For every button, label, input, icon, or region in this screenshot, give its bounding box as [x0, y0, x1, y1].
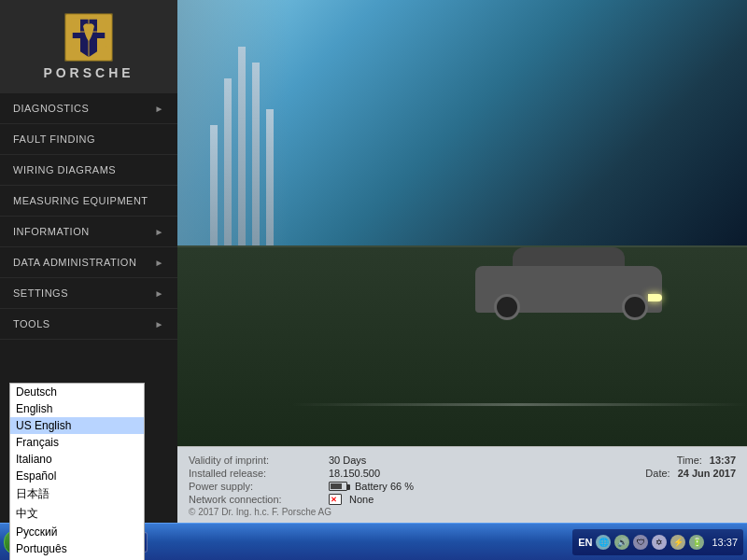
lang-option-italiano[interactable]: Italiano [10, 451, 144, 468]
copyright-text: © 2017 Dr. Ing. h.c. F. Porsche AG [189, 507, 736, 517]
porsche-crest-icon [64, 13, 113, 62]
taskbar-bluetooth-icon: ✡ [652, 535, 667, 550]
date-section: Date: 24 Jun 2017 [645, 468, 736, 479]
installed-label: Installed release: [189, 468, 329, 479]
road [177, 245, 747, 446]
car-image [475, 238, 662, 313]
svg-rect-2 [72, 19, 80, 33]
validity-value: 30 Days [329, 455, 677, 466]
brand-name: PORSCHE [43, 65, 134, 80]
car-headlight [648, 294, 662, 301]
content-area: Validity of imprint: 30 Days Time: 13:37… [177, 0, 747, 523]
taskbar-battery-icon: 🔋 [689, 535, 704, 550]
road-line [290, 403, 747, 406]
lang-option-english[interactable]: English [10, 400, 144, 417]
validity-label: Validity of imprint: [189, 455, 329, 466]
sidebar-item-measuring-equipment[interactable]: MEASURING EQUIPMENT [0, 186, 177, 217]
taskbar-language: EN [578, 537, 592, 548]
taskbar-network-icon: 🌐 [596, 535, 611, 550]
network-value: ✕ None [329, 494, 736, 505]
svg-rect-4 [72, 38, 80, 52]
taskbar-security-icon: 🛡 [633, 535, 648, 550]
taskbar-system-tray: EN 🌐 🔊 🛡 ✡ ⚡ 🔋 13:37 [572, 529, 743, 555]
logo-area: PORSCHE [0, 0, 177, 93]
taskbar-clock: 13:37 [712, 537, 738, 548]
network-icon: ✕ [329, 494, 342, 505]
release-row: Installed release: 18.150.500 Date: 24 J… [189, 468, 736, 479]
sidebar-item-diagnostics[interactable]: DIAGNOSTICS ► [0, 93, 177, 124]
lang-option-portuguese[interactable]: Português [10, 540, 144, 557]
power-value: Battery 66 % [329, 481, 736, 492]
chevron-right-icon: ► [155, 104, 164, 114]
sidebar-item-data-administration[interactable]: DATA ADMINISTRATION ► [0, 247, 177, 278]
status-panel: Validity of imprint: 30 Days Time: 13:37… [177, 446, 747, 523]
car-wheel-left [494, 294, 520, 320]
power-row: Power supply: Battery 66 % [189, 481, 736, 492]
date-label: Date: [645, 468, 669, 479]
battery-fill [331, 483, 342, 489]
sidebar-item-settings[interactable]: SETTINGS ► [0, 278, 177, 309]
svg-rect-5 [97, 38, 106, 52]
chevron-right-icon: ► [155, 258, 164, 268]
car-wheel-right [622, 294, 648, 320]
lang-option-russian[interactable]: Русский [10, 524, 144, 540]
validity-row: Validity of imprint: 30 Days Time: 13:37 [189, 455, 736, 466]
time-label: Time: [677, 455, 702, 466]
lang-option-japanese[interactable]: 日本語 [10, 484, 144, 504]
lang-option-deutsch[interactable]: Deutsch [10, 384, 144, 400]
svg-rect-3 [97, 19, 106, 33]
hero-image [177, 0, 747, 446]
chevron-right-icon: ► [155, 288, 164, 299]
date-value: 24 Jun 2017 [678, 468, 736, 479]
language-dropdown[interactable]: Deutsch English US English Français Ital… [9, 383, 145, 560]
time-value: 13:37 [710, 455, 736, 466]
lang-option-chinese[interactable]: 中文 [10, 504, 144, 524]
lang-option-us-english[interactable]: US English [10, 417, 144, 434]
lang-option-espanol[interactable]: Español [10, 468, 144, 484]
sidebar-item-tools[interactable]: TOOLS ► [0, 309, 177, 340]
taskbar-volume-icon: 🔊 [614, 535, 629, 550]
time-section: Time: 13:37 [677, 455, 736, 466]
taskbar-power-icon: ⚡ [670, 535, 685, 550]
lang-option-francais[interactable]: Français [10, 434, 144, 451]
network-row: Network connection: ✕ None [189, 494, 736, 505]
installed-value: 18.150.500 [329, 468, 645, 479]
sidebar-item-fault-finding[interactable]: FAULT FINDING [0, 124, 177, 155]
network-label: Network connection: [189, 494, 329, 505]
power-label: Power supply: [189, 481, 329, 492]
battery-icon [329, 482, 347, 491]
sidebar-item-wiring-diagrams[interactable]: WIRING DIAGRAMS [0, 155, 177, 186]
chevron-right-icon: ► [155, 319, 164, 329]
sidebar-item-information[interactable]: INFORMATION ► [0, 217, 177, 247]
chevron-right-icon: ► [155, 227, 164, 237]
